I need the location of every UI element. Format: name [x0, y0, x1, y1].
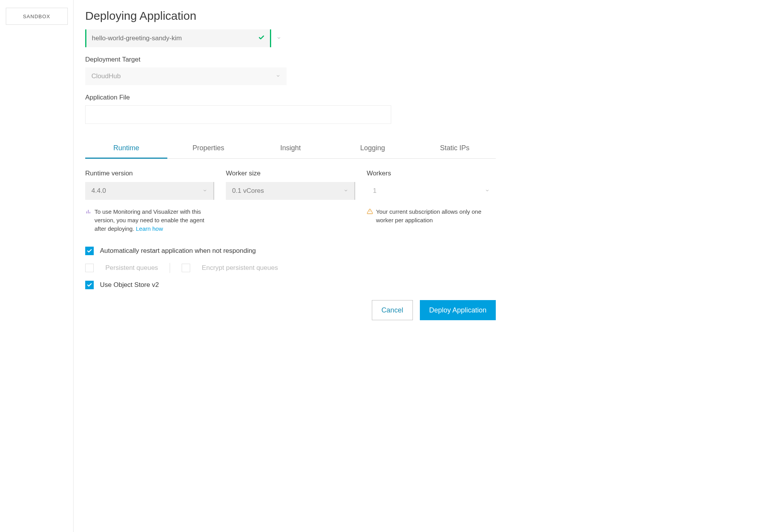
runtime-version-value: 4.4.0 — [91, 187, 106, 195]
chevron-down-icon — [276, 74, 280, 79]
tab-insight[interactable]: Insight — [249, 139, 332, 158]
deployment-target-field: Deployment Target CloudHub — [85, 56, 496, 85]
chevron-down-icon — [485, 188, 490, 194]
worker-size-field: Worker size 0.1 vCores — [226, 170, 355, 233]
learn-how-link[interactable]: Learn how — [136, 225, 163, 232]
sidebar: SANDBOX — [0, 0, 74, 532]
deploy-application-button[interactable]: Deploy Application — [420, 300, 496, 320]
worker-size-label: Worker size — [226, 170, 355, 177]
workers-select[interactable]: 1 — [367, 182, 496, 200]
warning-icon — [367, 208, 373, 225]
cancel-button[interactable]: Cancel — [372, 300, 413, 320]
monitoring-hint-text: To use Monitoring and Visualizer with th… — [95, 208, 214, 233]
auto-restart-row: Automatically restart application when n… — [85, 247, 496, 255]
application-name-input[interactable]: hello-world-greeting-sandy-kim — [85, 29, 271, 47]
subscription-hint: Your current subscription allows only on… — [367, 208, 496, 225]
auto-restart-label: Automatically restart application when n… — [100, 247, 256, 255]
chevron-down-icon — [344, 188, 348, 194]
encrypt-queues-label: Encrypt persistent queues — [202, 264, 278, 272]
runtime-version-select[interactable]: 4.4.0 — [85, 182, 214, 200]
subscription-hint-text: Your current subscription allows only on… — [376, 208, 496, 225]
workers-label: Workers — [367, 170, 496, 177]
application-file-field: Application File — [85, 94, 496, 124]
runtime-options: Automatically restart application when n… — [85, 247, 496, 289]
deployment-target-select[interactable]: CloudHub — [85, 67, 287, 85]
runtime-version-label: Runtime version — [85, 170, 214, 177]
application-file-label: Application File — [85, 94, 496, 101]
page-title: Deploying Application — [85, 9, 496, 22]
chevron-down-icon — [203, 188, 207, 194]
deployment-target-value: CloudHub — [91, 72, 121, 80]
deployment-target-label: Deployment Target — [85, 56, 496, 63]
environment-badge[interactable]: SANDBOX — [6, 8, 68, 25]
workers-value: 1 — [373, 187, 376, 195]
object-store-checkbox[interactable] — [85, 281, 94, 289]
application-file-input[interactable] — [85, 105, 391, 124]
runtime-panel: Runtime version 4.4.0 To use Monitoring … — [85, 170, 496, 233]
object-store-label: Use Object Store v2 — [100, 281, 159, 289]
bar-chart-icon — [85, 208, 91, 233]
chevron-down-icon — [277, 36, 281, 41]
application-name-value: hello-world-greeting-sandy-kim — [92, 34, 182, 42]
main-content: Deploying Application hello-world-greeti… — [74, 0, 507, 532]
persistent-queues-checkbox — [85, 264, 94, 272]
persistent-queues-label: Persistent queues — [105, 264, 158, 272]
tab-logging[interactable]: Logging — [332, 139, 414, 158]
tab-bar: Runtime Properties Insight Logging Stati… — [85, 139, 496, 159]
auto-restart-checkbox[interactable] — [85, 247, 94, 255]
check-icon — [258, 34, 265, 43]
queues-row: Persistent queues Encrypt persistent que… — [85, 263, 496, 273]
worker-size-value: 0.1 vCores — [232, 187, 264, 195]
app-name-field: hello-world-greeting-sandy-kim — [85, 29, 496, 47]
footer-actions: Cancel Deploy Application — [85, 300, 496, 320]
separator — [170, 263, 170, 273]
encrypt-queues-checkbox — [182, 264, 190, 272]
object-store-row: Use Object Store v2 — [85, 281, 496, 289]
runtime-version-field: Runtime version 4.4.0 To use Monitoring … — [85, 170, 214, 233]
tab-properties[interactable]: Properties — [167, 139, 249, 158]
application-name-dropdown[interactable] — [271, 29, 287, 47]
tab-static-ips[interactable]: Static IPs — [414, 139, 496, 158]
workers-field: Workers 1 Your current subscription allo… — [367, 170, 496, 233]
monitoring-hint: To use Monitoring and Visualizer with th… — [85, 208, 214, 233]
tab-runtime[interactable]: Runtime — [85, 139, 167, 159]
worker-size-select[interactable]: 0.1 vCores — [226, 182, 355, 200]
